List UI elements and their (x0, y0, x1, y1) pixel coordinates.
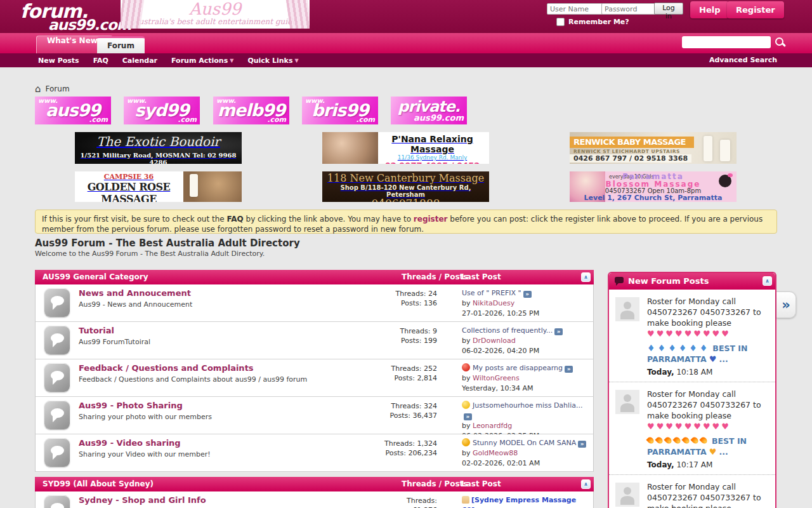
header-banner-ad[interactable]: Aus99 Australia's best adult entertainme… (121, 0, 310, 29)
sidebar-post[interactable]: Roster for Monday call 0450723267 045073… (609, 382, 775, 475)
goto-last-post-icon[interactable] (554, 328, 563, 335)
last-post-user[interactable]: WiltonGreens (473, 374, 520, 382)
last-post-user[interactable]: GoldMeow88 (473, 449, 518, 457)
advanced-search-link[interactable]: Advanced Search (709, 56, 777, 64)
col-threads-posts: Threads / Posts (402, 272, 468, 281)
candle-graphic (720, 140, 730, 161)
sidebar-post[interactable]: Roster for Monday call 0450723267 045073… (609, 290, 775, 382)
forum-icon (44, 495, 70, 508)
last-post-title[interactable]: [Sydney Empress Massage 69] (462, 496, 576, 508)
last-post: [Sydney Empress Massage 69] Nana (Vietna… (462, 495, 590, 508)
main-tab-bar: What's New? Forum (0, 33, 812, 53)
faq-link[interactable]: FAQ (226, 215, 243, 224)
goto-last-post-icon[interactable] (523, 291, 532, 298)
speech-bubble-icon (615, 277, 624, 283)
collapse-sidebar-button[interactable]: ∧ (763, 276, 772, 286)
remember-me[interactable]: Remember Me? (556, 18, 629, 26)
avatar (615, 390, 639, 414)
avatar (615, 483, 639, 507)
last-post-title[interactable]: Collections of frequently... (462, 326, 553, 335)
goto-last-post-icon[interactable] (578, 441, 586, 448)
first-visit-notice: If this is your first visit, be sure to … (35, 210, 777, 234)
help-button[interactable]: Help (690, 1, 729, 18)
banner-bris99[interactable]: www. bris99 .com (302, 97, 378, 124)
goto-last-post-icon[interactable] (464, 413, 472, 420)
orange-heart-icon (709, 447, 717, 457)
banner-melb99[interactable]: www. melb99 .com (213, 97, 289, 124)
search-icon (775, 37, 783, 46)
category-header-syd99: SYD99 (All About Sydney) Threads / Posts… (35, 477, 594, 491)
banner-aus99[interactable]: www. aus99 .com (35, 97, 111, 124)
breadcrumb-forum[interactable]: Forum (46, 84, 70, 93)
home-icon[interactable]: ⌂ (35, 83, 41, 95)
post-excerpt: Roster for Monday call 0450723267 045073… (647, 482, 761, 508)
collapse-category-button[interactable]: ∧ (581, 272, 591, 282)
collapse-category-button[interactable]: ∧ (581, 479, 591, 489)
username-input[interactable] (547, 3, 603, 15)
post-excerpt: Roster for Monday call 0450723267 045073… (647, 389, 761, 420)
col-last-post: Last Post (461, 479, 501, 488)
banner-syd99[interactable]: www. syd99 .com (124, 97, 200, 124)
forum-row-news: News and Annoucement Aus99 - News and An… (35, 284, 594, 322)
forum-link[interactable]: Aus99 - Video sharing (79, 438, 181, 448)
forum-link[interactable]: Sydney - Shop and Girl Info (79, 495, 206, 505)
forum-link[interactable]: Feedback / Questions and Complaints (79, 363, 254, 373)
candle-graphic (704, 136, 712, 161)
site-logo-domain[interactable]: aus99.com (48, 17, 131, 33)
forum-stats: Threads: 324Posts: 36,437 (334, 401, 437, 420)
angry-emoji-icon (462, 363, 470, 371)
ad-renwick-baby-massage[interactable]: RENWICK BABY MASSAGE RENWICK ST LEICHHAR… (570, 132, 737, 164)
ad-blossom-massage[interactable]: everyday 10 Girls Parramatta Blossom Mas… (570, 171, 737, 202)
goto-last-post-icon[interactable] (565, 366, 573, 373)
register-link[interactable]: register (414, 215, 448, 224)
nav-faq[interactable]: FAQ (93, 57, 108, 65)
forum-link[interactable]: Tutorial (79, 326, 114, 335)
search-button[interactable] (770, 36, 788, 50)
nav-new-posts[interactable]: New Posts (38, 57, 79, 65)
chevron-down-icon: ▼ (230, 58, 233, 64)
nav-quick-links[interactable]: Quick Links▼ (247, 57, 298, 65)
forum-icon (44, 401, 70, 429)
tab-forum[interactable]: Forum (97, 36, 145, 53)
banner-private-aus99[interactable]: private. aus99.com (391, 97, 467, 124)
ad-exotic-boudoir[interactable]: The Exotic Boudoir 1/521 Military Road, … (75, 132, 242, 164)
forum-link[interactable]: Aus99 - Photo Sharing (79, 401, 183, 410)
sidebar-header: New Forum Posts ∧ (609, 273, 775, 290)
forum-row-sydney-shop-girl-info: Sydney - Shop and Girl Info Talk about S… (35, 491, 594, 508)
last-post: Stunny MODEL On CAM SANA by GoldMeow88 0… (462, 438, 590, 469)
star-struck-emoji-icon (462, 438, 470, 446)
last-post-title[interactable]: Use of " PREFIX " (462, 289, 521, 297)
last-post-title[interactable]: Stunny MODEL On CAM SANA (473, 439, 576, 447)
last-post-title[interactable]: Justsomehourhoe miss Dahlia... (473, 401, 582, 410)
last-post-user[interactable]: Leonardfdg (473, 422, 512, 430)
remember-label: Remember Me? (568, 18, 629, 26)
diamond-icons (647, 344, 710, 353)
post-time: Today, 10:17 AM (647, 460, 771, 469)
password-input[interactable] (601, 3, 657, 15)
last-post-title[interactable]: My posts are disappearng (473, 364, 563, 372)
register-button[interactable]: Register (727, 1, 784, 18)
page-title: Aus99 Forum - The Best Australia Adult D… (35, 237, 300, 249)
search-input[interactable] (682, 36, 771, 48)
last-post-user[interactable]: NikitaDuesy (473, 299, 514, 307)
breadcrumb: ⌂ Forum (35, 83, 70, 95)
forum-stats: Threads: 1,324Posts: 206,234 (334, 439, 437, 458)
nav-calendar[interactable]: Calendar (122, 57, 157, 65)
forum-link[interactable]: News and Annoucement (79, 288, 191, 298)
login-button[interactable]: Log in (654, 3, 683, 15)
nav-forum-actions[interactable]: Forum Actions▼ (171, 57, 233, 65)
ad-golden-rose-massage[interactable]: CAMPSIE 36 GOLDEN ROSE MASSAGE 36 NORTH … (75, 171, 242, 202)
remember-checkbox[interactable] (556, 18, 565, 26)
sidebar-slide-toggle[interactable]: » (776, 291, 796, 318)
ad-118-new-canterbury-massage[interactable]: 118 New Canterbury Massage Shop B/118-12… (322, 171, 489, 202)
category-header-aus99-general: AUS99 General Category Threads / Posts L… (35, 270, 594, 284)
sidebar-post[interactable]: Roster for Monday call 0450723267 045073… (609, 475, 775, 508)
heart-icons (647, 329, 731, 338)
blue-heart-icon (709, 354, 717, 364)
chevron-down-icon: ▼ (294, 58, 298, 64)
last-post-user[interactable]: DrDownload (473, 337, 516, 345)
page-subtitle: Welcome to the Aus99 Forum - The Best Au… (35, 250, 265, 258)
flame-icons (647, 436, 709, 446)
sub-navigation: New Posts FAQ Calendar Forum Actions▼ Qu… (0, 53, 812, 67)
ad-pnana-massage[interactable]: P'Nana Relaxing Massage 11/36 Sydney Rd.… (322, 132, 489, 164)
